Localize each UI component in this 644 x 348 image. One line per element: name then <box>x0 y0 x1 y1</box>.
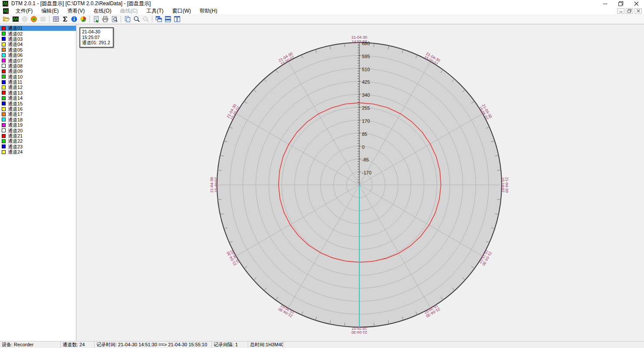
record-button[interactable] <box>29 15 38 23</box>
pie-view-button[interactable] <box>79 15 88 23</box>
channel-color-swatch <box>2 96 6 100</box>
channel-item[interactable]: 通道23 <box>0 144 76 149</box>
channel-color-swatch <box>2 85 6 89</box>
channel-item[interactable]: 通道12 <box>0 85 76 90</box>
child-window-icon <box>3 8 9 14</box>
channel-label: 通道21 <box>8 133 23 138</box>
child-close-button[interactable] <box>634 8 642 14</box>
tile-horizontal-button[interactable] <box>163 15 172 23</box>
export-button[interactable] <box>92 15 101 23</box>
channel-item[interactable]: 通道04 <box>0 42 76 47</box>
channel-label: 通道20 <box>8 128 23 133</box>
zoom-button[interactable] <box>132 15 141 23</box>
channel-list: 通道01通道02通道03通道04通道05通道06通道07通道08通道09通道10… <box>0 24 76 341</box>
channel-item[interactable]: 通道13 <box>0 90 76 95</box>
channel-item[interactable]: 通道03 <box>0 36 76 42</box>
channel-color-swatch <box>2 32 6 36</box>
svg-text:21-04-30: 21-04-30 <box>505 177 509 193</box>
channel-item[interactable]: 通道24 <box>0 149 76 154</box>
svg-text:340: 340 <box>362 92 370 98</box>
menu-item-online[interactable]: 在线(O) <box>89 7 115 14</box>
channel-item[interactable]: 通道10 <box>0 74 76 79</box>
channel-label: 通道14 <box>8 95 23 101</box>
channel-item[interactable]: 通道20 <box>0 128 76 133</box>
channel-item[interactable]: 通道05 <box>0 47 76 53</box>
channel-item[interactable]: 通道09 <box>0 69 76 74</box>
child-restore-button[interactable] <box>626 8 633 14</box>
menu-item-curve: 曲线(C) <box>116 7 142 14</box>
channel-color-swatch <box>2 26 6 30</box>
svg-text:425: 425 <box>362 79 370 85</box>
channel-label: 通道17 <box>8 112 23 117</box>
channel-item[interactable]: 通道06 <box>0 53 76 58</box>
menu-item-tools[interactable]: 工具(T) <box>142 7 168 14</box>
data-table-button[interactable] <box>51 15 60 23</box>
channel-item[interactable]: 通道18 <box>0 117 76 122</box>
channel-item[interactable]: 通道07 <box>0 58 76 63</box>
svg-text:595: 595 <box>362 54 370 59</box>
channel-label: 通道09 <box>8 69 23 74</box>
print-preview-button[interactable] <box>110 15 119 23</box>
channel-item[interactable]: 通道15 <box>0 101 76 106</box>
realtime-data-button[interactable] <box>11 15 20 23</box>
channel-label: 通道08 <box>8 63 23 69</box>
channel-item[interactable]: 通道14 <box>0 95 76 101</box>
channel-label: 通道11 <box>8 79 22 85</box>
chart-area: 21-04-30 15:25:07 通道01: 291.2 6805955104… <box>76 24 644 341</box>
cascade-windows-button[interactable] <box>154 15 163 23</box>
statistics-button[interactable] <box>60 15 69 23</box>
menu-item-edit[interactable]: 编辑(E) <box>37 7 63 14</box>
svg-text:85: 85 <box>362 131 367 137</box>
minimize-button[interactable] <box>597 0 613 7</box>
channel-item[interactable]: 通道21 <box>0 133 76 138</box>
total-time-status: 总时间:1H3M40S <box>248 341 283 348</box>
channel-label: 通道19 <box>8 122 23 128</box>
copy-button[interactable] <box>123 15 132 23</box>
sigma-icon <box>62 16 69 23</box>
close-button[interactable] <box>628 0 644 7</box>
print-button[interactable] <box>101 15 110 23</box>
channel-label: 通道24 <box>8 149 23 154</box>
page-magnifier-icon <box>111 16 118 23</box>
menu-item-help[interactable]: 帮助(H) <box>195 7 222 14</box>
toolbar-separator <box>89 16 90 23</box>
record-time-status: 记录时间: 21-04-30 14:51:30 ==> 21-04-30 15:… <box>95 341 212 348</box>
svg-text:-170: -170 <box>362 170 371 175</box>
channel-label: 通道07 <box>8 58 23 63</box>
channel-color-swatch <box>2 59 6 62</box>
menu-item-window[interactable]: 窗口(W) <box>168 7 195 14</box>
channel-color-swatch <box>2 144 6 148</box>
menu-item-file[interactable]: 文件(F) <box>11 7 37 14</box>
device-status: 设备: Recorder <box>0 341 61 348</box>
channel-color-swatch <box>2 123 6 127</box>
channel-item[interactable]: 通道17 <box>0 112 76 117</box>
channel-item[interactable]: 通道08 <box>0 63 76 69</box>
channel-item[interactable]: 通道16 <box>0 106 76 112</box>
channel-item[interactable]: 通道22 <box>0 138 76 144</box>
svg-text:15:10:07: 15:10:07 <box>501 177 505 192</box>
channel-label: 通道16 <box>8 106 23 112</box>
restore-button[interactable] <box>613 0 628 7</box>
tile-vertical-button[interactable] <box>172 15 181 23</box>
channel-item[interactable]: 通道01 <box>0 26 76 31</box>
tooltip-value: 通道01: 291.2 <box>82 40 110 46</box>
title-bar: DTM 2.0.1 - [圆盘显示] [C:\DTM 2.0.2\RealDat… <box>0 0 644 7</box>
channel-color-swatch <box>2 102 6 105</box>
info-button[interactable] <box>69 15 79 23</box>
channel-item[interactable]: 通道02 <box>0 31 76 36</box>
channel-color-swatch <box>2 53 6 57</box>
channel-item[interactable]: 通道11 <box>0 79 76 85</box>
svg-text:170: 170 <box>362 118 370 124</box>
stop-record-button <box>38 15 47 23</box>
channel-item[interactable]: 通道19 <box>0 122 76 128</box>
channel-label: 通道13 <box>8 90 23 95</box>
polar-chart[interactable]: 680595510425340255170850-85-17021-04-301… <box>76 24 644 341</box>
toolbar-separator <box>152 16 152 23</box>
channel-color-swatch <box>2 37 6 41</box>
tile-h-icon <box>164 16 171 23</box>
child-minimize-button[interactable] <box>617 8 624 14</box>
open-file-button[interactable] <box>2 15 11 23</box>
menu-item-view[interactable]: 查看(V) <box>63 7 89 14</box>
app-window: DTM 2.0.1 - [圆盘显示] [C:\DTM 2.0.2\RealDat… <box>0 0 644 348</box>
svg-text:510: 510 <box>362 67 370 72</box>
